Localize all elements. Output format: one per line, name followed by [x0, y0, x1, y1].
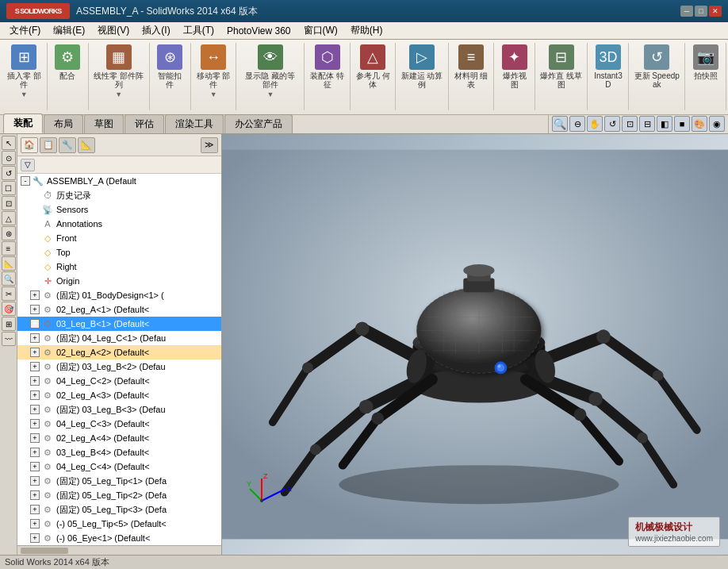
toolbar-btn-move-component[interactable]: ↔移动零 部件: [193, 43, 235, 90]
left-tool-btn-12[interactable]: ⊞: [2, 317, 16, 331]
tree-expand-tip1[interactable]: +: [30, 476, 40, 486]
tree-item-right[interactable]: ◇ Right: [17, 260, 221, 274]
menu-item-工具t[interactable]: 工具(T): [177, 22, 220, 39]
tree-expand-leg_c1[interactable]: +: [30, 333, 40, 343]
tree-item-origin[interactable]: ✛ Origin: [17, 274, 221, 288]
tree-expand-leg_a2[interactable]: +: [30, 348, 40, 357]
move-component-dropdown-arrow[interactable]: ▼: [210, 90, 217, 98]
tab-办公室产品[interactable]: 办公室产品: [224, 114, 293, 133]
toolbar-btn-explode-line[interactable]: ⊟爆炸直 线草图: [537, 43, 585, 90]
tree-item-tip2[interactable]: + ⚙ (固定) 05_Leg_Tip<2> (Defa: [17, 488, 221, 502]
tree-item-tip3[interactable]: + ⚙ (固定) 05_Leg_Tip<3> (Defa: [17, 502, 221, 517]
tree-expand-leg_c4[interactable]: +: [30, 462, 40, 471]
tree-item-tip1[interactable]: + ⚙ (固定) 05_Leg_Tip<1> (Defa: [17, 474, 221, 488]
toolbar-btn-smart-fastener[interactable]: ⊛智能扣 件: [151, 43, 189, 90]
toolbar-btn-screenshot[interactable]: 📷拍快照: [688, 43, 724, 82]
toolbar-btn-assemble[interactable]: ⚙配合: [49, 43, 86, 82]
close-button[interactable]: ✕: [709, 6, 722, 17]
toolbar-btn-update-speedpak[interactable]: ↺更新 Speedpak: [630, 43, 683, 90]
tree-item-eye1[interactable]: + ⚙ (-) 06_Eye<1> (Default<: [17, 531, 221, 545]
left-tool-btn-10[interactable]: ✂: [2, 286, 16, 301]
tree-item-front[interactable]: ◇ Front: [17, 231, 221, 245]
tree-expand-tip5[interactable]: +: [30, 519, 40, 529]
tree-item-leg_a3[interactable]: + ⚙ 02_Leg_A<3> (Default<: [17, 388, 221, 402]
feature-manager-tab[interactable]: 🏠: [21, 137, 38, 153]
tree-expand-leg_b2[interactable]: +: [30, 362, 40, 371]
3d-viewport[interactable]: X Y Z 机械极械设计 www.jixiezhaobie.com: [222, 134, 728, 555]
display-mode-tool[interactable]: ■: [674, 116, 690, 132]
scene-tool[interactable]: ◉: [709, 116, 725, 132]
config-manager-tab[interactable]: 🔧: [59, 137, 76, 153]
toolbar-btn-instant3d[interactable]: 3DInstant3D: [589, 43, 626, 90]
tree-item-tip5[interactable]: + ⚙ (-) 05_Leg_Tip<5> (Default<: [17, 517, 221, 531]
expand-sidebar-btn[interactable]: ≫: [201, 137, 218, 153]
tree-item-leg_a4[interactable]: + ⚙ 02_Leg_A<4> (Default<: [17, 431, 221, 445]
toolbar-btn-insert-parts[interactable]: ⊞插入零 部件: [3, 43, 45, 90]
left-tool-btn-8[interactable]: 📐: [2, 256, 16, 271]
toolbar-btn-reference-geometry[interactable]: △参考几 何体: [352, 43, 394, 90]
tab-评估[interactable]: 评估: [125, 114, 164, 133]
show-hidden-dropdown-arrow[interactable]: ▼: [266, 90, 274, 98]
left-tool-btn-7[interactable]: ≡: [2, 241, 16, 256]
tree-item-history[interactable]: ⏱ 历史记录: [17, 188, 221, 202]
view-orient-tool[interactable]: ◧: [657, 116, 672, 132]
toolbar-btn-linear-component[interactable]: ▦线性零 部件阵 列: [90, 43, 148, 90]
dim-expert-tab[interactable]: 📐: [78, 137, 95, 153]
toolbar-btn-explode-view[interactable]: ✦爆炸视 图: [496, 43, 533, 90]
left-tool-btn-13[interactable]: 〰: [2, 332, 16, 346]
left-tool-btn-6[interactable]: ⊛: [2, 226, 16, 240]
maximize-button[interactable]: □: [695, 6, 707, 17]
left-tool-btn-2[interactable]: ↺: [2, 166, 16, 180]
section-view-tool[interactable]: ⊟: [639, 116, 655, 132]
sidebar-horizontal-scrollbar[interactable]: [17, 545, 221, 555]
tree-item-leg_b3[interactable]: + ⚙ (固定) 03_Leg_B<3> (Defau: [17, 402, 221, 417]
tree-expand-leg_c2[interactable]: +: [30, 376, 40, 386]
tree-expand-leg_a3[interactable]: +: [30, 390, 40, 400]
tree-item-leg_a1[interactable]: + ⚙ 02_Leg_A<1> (Default<: [17, 302, 221, 317]
toolbar-btn-new-motion[interactable]: ▷新建运 动算例: [397, 43, 446, 90]
tab-布局[interactable]: 布局: [44, 114, 83, 133]
scrollbar-thumb[interactable]: [21, 548, 68, 554]
linear-component-dropdown-arrow[interactable]: ▼: [115, 90, 122, 98]
toolbar-btn-assembly-feature[interactable]: ⬡装配体 特征: [306, 43, 348, 90]
tree-expand-leg_b1[interactable]: +: [30, 319, 40, 329]
tree-expand-leg_b3[interactable]: +: [30, 405, 40, 414]
tree-item-leg_b4[interactable]: + ⚙ 03_Leg_B<4> (Default<: [17, 445, 221, 459]
left-tool-btn-0[interactable]: ↖: [2, 136, 16, 150]
tree-item-leg_b2[interactable]: + ⚙ (固定) 03_Leg_B<2> (Defau: [17, 359, 221, 374]
tree-item-sensors[interactable]: 📡 Sensors: [17, 202, 221, 217]
tree-item-leg_c3[interactable]: + ⚙ 04_Leg_C<3> (Default<: [17, 417, 221, 431]
tree-item-leg_c1[interactable]: + ⚙ (固定) 04_Leg_C<1> (Defau: [17, 331, 221, 345]
rotate-tool[interactable]: ↺: [604, 116, 620, 132]
tree-item-top[interactable]: ◇ Top: [17, 245, 221, 260]
tree-item-annotations[interactable]: A Annotations: [17, 217, 221, 231]
tree-item-leg_a2[interactable]: + ⚙ 02_Leg_A<2> (Default<: [17, 345, 221, 359]
appearance-tool[interactable]: 🎨: [692, 116, 707, 132]
left-tool-btn-4[interactable]: ⊡: [2, 196, 16, 210]
menu-item-photov[interactable]: PhotoView 360: [220, 24, 297, 38]
toolbar-btn-material-detail[interactable]: ≡材料明 细表: [450, 43, 492, 90]
pan-tool[interactable]: ✋: [587, 116, 603, 132]
menu-item-窗口w[interactable]: 窗口(W): [297, 22, 344, 39]
zoom-in-tool[interactable]: 🔍: [552, 116, 568, 132]
menu-item-帮助h[interactable]: 帮助(H): [344, 22, 389, 39]
tree-root-item[interactable]: - 🔧 ASSEMBLY_A (Default: [17, 174, 221, 188]
left-tool-btn-9[interactable]: 🔍: [2, 271, 16, 286]
tree-expand-tip3[interactable]: +: [30, 505, 40, 514]
left-tool-btn-1[interactable]: ⊙: [2, 151, 16, 165]
insert-parts-dropdown-arrow[interactable]: ▼: [21, 90, 28, 98]
minimize-button[interactable]: ─: [680, 6, 693, 17]
tab-渲染工具[interactable]: 渲染工具: [165, 114, 224, 133]
filter-button[interactable]: ▽: [21, 159, 35, 171]
toolbar-btn-show-hidden[interactable]: 👁显示隐 藏的等 部件: [238, 43, 302, 90]
left-tool-btn-5[interactable]: △: [2, 211, 16, 225]
fit-all-tool[interactable]: ⊡: [622, 116, 638, 132]
menu-item-视图v[interactable]: 视图(V): [91, 22, 136, 39]
tree-item-body1[interactable]: + ⚙ (固定) 01_BodyDesign<1> (: [17, 288, 221, 302]
tree-item-leg_c4[interactable]: + ⚙ 04_Leg_C<4> (Default<: [17, 459, 221, 474]
tab-草图[interactable]: 草图: [84, 114, 124, 133]
tree-item-leg_c2[interactable]: + ⚙ 04_Leg_C<2> (Default<: [17, 374, 221, 388]
tree-expand-tip2[interactable]: +: [30, 490, 40, 500]
tree-expand-root[interactable]: -: [21, 176, 30, 186]
left-tool-btn-3[interactable]: ☐: [2, 181, 16, 195]
